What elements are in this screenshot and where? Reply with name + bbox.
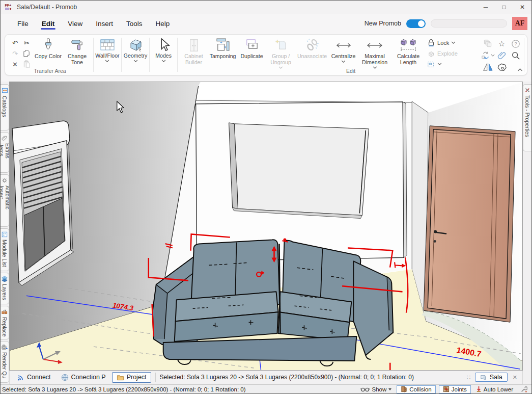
group-label-edit: Edit [178,68,523,74]
globe-icon [61,374,69,381]
menu-edit[interactable]: Edit [35,15,62,32]
lock-label: Lock [437,40,449,46]
modes-label: Modes [155,53,172,59]
cut-button[interactable]: ✂ [24,40,30,46]
ribbon-divider [524,38,524,72]
sidebar-tab-automatic-insert[interactable]: Automatic Insert [1,174,9,227]
sidebar-tab-label: Replace [2,317,8,337]
menu-file[interactable]: File [11,15,35,32]
menu-edit-underline [41,28,56,30]
centralize-button[interactable]: Centralize [329,37,358,63]
redo-button[interactable]: ↷ [12,50,18,57]
change-tone-button[interactable]: Change Tone [63,37,92,66]
menubar: File Edit View Insert Tools Help New Pro… [1,14,531,33]
lock-cluster: Lock Explode [427,38,480,69]
menu-slot [431,19,507,28]
sidebar-tab-layers[interactable]: Layers [1,273,9,304]
duplicate-button[interactable]: Duplicate [237,37,266,60]
help-button[interactable]: ? [511,39,520,48]
sala-tab[interactable]: Sala [475,373,508,382]
change-tone-label: Change Tone [63,54,91,66]
attachment-button[interactable] [497,51,507,60]
explode-icon [427,49,435,58]
collision-button[interactable]: Collision [397,385,435,393]
sidebar-tab-extras-items[interactable]: Extras Items [1,132,9,173]
chevron-down-icon [105,60,109,62]
resize-grip[interactable]: ⸬ [467,374,471,380]
collapse-ribbon-button[interactable] [517,65,523,73]
3d-scene[interactable]: 1074.3 1400.7 [10,82,522,370]
swap-replace-button[interactable] [481,50,495,60]
delete-button[interactable]: ✕ [12,61,18,68]
menu-help[interactable]: Help [149,15,177,32]
layers-icon [2,276,8,282]
connect-icon [17,374,24,381]
ribbon-divider [93,38,94,72]
maximal-dimension-button[interactable]: Maximal Dimension [358,37,391,69]
sidebar-tab-catalogs[interactable]: Catalogs [1,84,9,130]
sidebar-tab-replace[interactable]: Replace [1,306,9,340]
menu-insert[interactable]: Insert [89,15,120,32]
collision-label: Collision [409,386,431,392]
joints-button[interactable]: Joints [439,385,471,393]
show-button[interactable]: Show [358,385,394,393]
paperclip-icon [2,135,8,141]
copy-color-label: Copy Color [35,54,62,60]
menu-tools[interactable]: Tools [120,15,149,32]
search-button[interactable] [511,51,520,60]
copy-button[interactable] [23,49,31,58]
titlebar: PP+ Sala/Default - Promob ─ □ ✕ [1,1,531,14]
ribbon: ↶ ↷ ✕ ✂ Copy Color Cha [1,33,531,82]
chevron-down-icon [451,41,456,44]
new-promob-toggle[interactable] [406,19,426,28]
unassociate-label: Unassociate [297,54,327,60]
swap-icon [481,50,491,60]
connect-button[interactable]: Connect [13,373,55,382]
project-button[interactable]: Project [112,372,151,383]
maximize-button[interactable]: □ [495,1,513,14]
close-project-tab-button[interactable]: ✕ [510,374,520,381]
modes-button[interactable]: Modes [150,36,177,75]
sidebar-tab-render-queue[interactable]: Render Qu [1,341,9,383]
copy-color-button[interactable]: Copy Color [34,37,63,60]
sidebar-tab-label: Catalogs [2,96,8,117]
group-ungroup-button[interactable]: Group / Ungroup [266,37,295,69]
menu-view[interactable]: View [61,15,89,32]
menubar-right: New Promob AF [365,17,527,30]
calculate-length-button[interactable]: Calculate Length [391,37,425,66]
door-keyhole [434,240,436,243]
close-button[interactable]: ✕ [513,1,531,14]
gear-icon [2,177,8,183]
explode-button[interactable]: Explode [427,48,480,58]
wall-floor-button[interactable]: Wall/Floor [94,36,121,75]
sidebar-tab-module-list[interactable]: Module List [1,228,9,271]
collision-icon [401,386,407,392]
geometry-button[interactable]: Geometry [122,36,149,75]
door[interactable] [424,126,515,322]
wrench-icon [520,386,527,393]
conection-p-button[interactable]: Conection P [57,373,110,382]
joints-label: Joints [452,386,467,392]
tv-panel[interactable] [229,123,369,219]
sidebar-tab-tools-properties[interactable]: Tools - Properties [523,84,531,151]
status-selection-text: Selected: Sofa 3 Lugares 20 -> Sofá 3 Lu… [2,386,355,392]
magnifier-icon [511,51,520,60]
ribbon-group-transfer-area: ↶ ↷ ✕ ✂ Copy Color Cha [7,36,93,75]
connect-label: Connect [27,374,51,381]
status-tools-button[interactable] [518,385,529,393]
stack-copy-button[interactable] [483,39,493,48]
minimize-button[interactable]: ─ [477,1,495,14]
lock-button[interactable]: Lock [427,38,480,47]
auto-lower-button[interactable]: Auto Lower [474,385,515,393]
viewport[interactable]: 1074.3 1400.7 [9,82,523,371]
toggle-knob [418,20,425,27]
cabinet-builder-button[interactable]: Cabinet Builder [179,37,208,66]
replace-icon [2,309,8,315]
sidebar-tab-label: Tools - Properties [524,95,530,137]
undo-button[interactable]: ↶ [12,40,18,46]
tamponing-button[interactable]: Tamponing [208,37,237,60]
project-label: Project [127,374,147,381]
unassociate-button[interactable]: Unassociate [295,37,329,60]
favorites-button[interactable]: ☆ [498,40,505,47]
folder-icon [117,374,124,381]
